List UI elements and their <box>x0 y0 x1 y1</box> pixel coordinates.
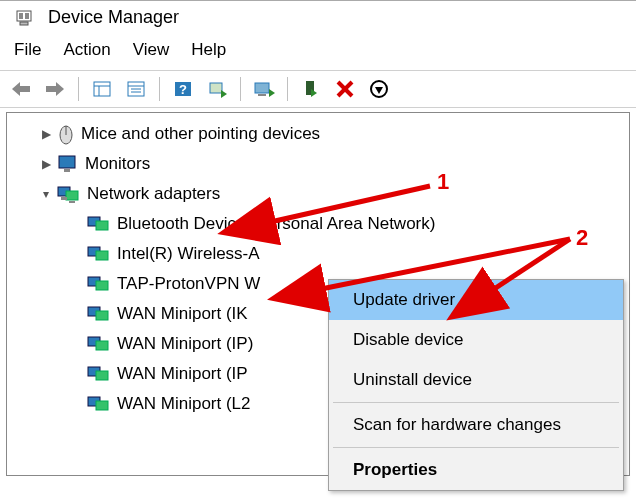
tree-label: Mice and other pointing devices <box>81 124 320 144</box>
tree-label: Network adapters <box>87 184 220 204</box>
toolbar-sep <box>287 77 288 101</box>
tree-label: WAN Miniport (L2 <box>117 394 251 414</box>
svg-rect-19 <box>255 83 269 93</box>
tree-item-mice[interactable]: ▶ Mice and other pointing devices <box>11 119 625 149</box>
svg-rect-20 <box>258 94 266 96</box>
expander-expanded-icon[interactable]: ▾ <box>39 187 53 201</box>
tree-item-network-adapters[interactable]: ▾ Network adapters <box>11 179 625 209</box>
network-adapter-icon <box>87 394 111 414</box>
svg-rect-3 <box>20 22 28 25</box>
network-adapter-icon <box>57 184 81 204</box>
svg-rect-47 <box>96 371 108 380</box>
toolbar: ? <box>0 70 636 108</box>
tree-label: WAN Miniport (IP <box>117 364 248 384</box>
toolbar-sep <box>159 77 160 101</box>
svg-rect-41 <box>96 281 108 290</box>
menu-file[interactable]: File <box>14 40 41 60</box>
toolbar-sep <box>240 77 241 101</box>
svg-rect-43 <box>96 311 108 320</box>
update-driver-button[interactable] <box>249 75 279 103</box>
expander-collapsed-icon[interactable]: ▶ <box>39 157 53 171</box>
svg-rect-49 <box>96 401 108 410</box>
tree-item-bluetooth[interactable]: Bluetooth Device (Personal Area Network) <box>11 209 625 239</box>
svg-marker-4 <box>12 82 20 96</box>
annotation-label-2: 2 <box>576 225 588 251</box>
monitor-icon <box>57 154 79 174</box>
svg-rect-1 <box>19 13 23 19</box>
svg-rect-37 <box>96 221 108 230</box>
tree-label: WAN Miniport (IK <box>117 304 248 324</box>
tree-label: Intel(R) Wireless-A <box>117 244 260 264</box>
network-adapter-icon <box>87 274 111 294</box>
svg-rect-17 <box>210 83 222 93</box>
uninstall-device-button[interactable] <box>330 75 360 103</box>
svg-marker-6 <box>56 82 64 96</box>
menu-help[interactable]: Help <box>191 40 226 60</box>
context-uninstall-device[interactable]: Uninstall device <box>329 360 623 400</box>
title-bar: Device Manager <box>0 1 636 32</box>
svg-rect-30 <box>59 156 75 168</box>
svg-rect-39 <box>96 251 108 260</box>
annotation-label-1: 1 <box>437 169 449 195</box>
context-disable-device[interactable]: Disable device <box>329 320 623 360</box>
context-separator <box>333 447 619 448</box>
menu-view[interactable]: View <box>133 40 170 60</box>
network-adapter-icon <box>87 244 111 264</box>
svg-rect-33 <box>66 191 78 200</box>
svg-marker-18 <box>221 90 227 98</box>
svg-marker-21 <box>269 89 275 97</box>
svg-rect-34 <box>61 197 67 200</box>
svg-rect-45 <box>96 341 108 350</box>
menu-bar: File Action View Help <box>0 32 636 70</box>
network-adapter-icon <box>87 214 111 234</box>
expander-collapsed-icon[interactable]: ▶ <box>39 127 53 141</box>
svg-rect-7 <box>46 86 56 92</box>
back-button[interactable] <box>6 75 36 103</box>
mouse-icon <box>57 123 75 145</box>
tree-label: Monitors <box>85 154 150 174</box>
tree-label: TAP-ProtonVPN W <box>117 274 260 294</box>
disable-device-button[interactable] <box>364 75 394 103</box>
svg-rect-5 <box>20 86 30 92</box>
network-adapter-icon <box>87 304 111 324</box>
network-adapter-icon <box>87 364 111 384</box>
svg-rect-35 <box>69 201 75 203</box>
svg-rect-31 <box>64 169 70 172</box>
tree-item-intel-wireless[interactable]: Intel(R) Wireless-A <box>11 239 625 269</box>
help-button[interactable]: ? <box>168 75 198 103</box>
properties-button[interactable] <box>121 75 151 103</box>
tree-label: Bluetooth Device (Personal Area Network) <box>117 214 435 234</box>
network-adapter-icon <box>87 334 111 354</box>
device-manager-icon <box>14 8 34 28</box>
context-scan-hardware[interactable]: Scan for hardware changes <box>329 405 623 445</box>
context-properties[interactable]: Properties <box>329 450 623 490</box>
show-hide-tree-button[interactable] <box>87 75 117 103</box>
context-menu: Update driver Disable device Uninstall d… <box>328 279 624 491</box>
toolbar-sep <box>78 77 79 101</box>
forward-button[interactable] <box>40 75 70 103</box>
context-update-driver[interactable]: Update driver <box>329 280 623 320</box>
tree-label: WAN Miniport (IP) <box>117 334 253 354</box>
enable-device-button[interactable] <box>296 75 326 103</box>
svg-marker-27 <box>375 87 383 94</box>
svg-text:?: ? <box>179 82 187 97</box>
svg-rect-8 <box>94 82 110 96</box>
context-separator <box>333 402 619 403</box>
tree-item-monitors[interactable]: ▶ Monitors <box>11 149 625 179</box>
scan-hardware-button[interactable] <box>202 75 232 103</box>
menu-action[interactable]: Action <box>63 40 110 60</box>
svg-rect-2 <box>25 13 29 19</box>
window-title: Device Manager <box>48 7 179 28</box>
